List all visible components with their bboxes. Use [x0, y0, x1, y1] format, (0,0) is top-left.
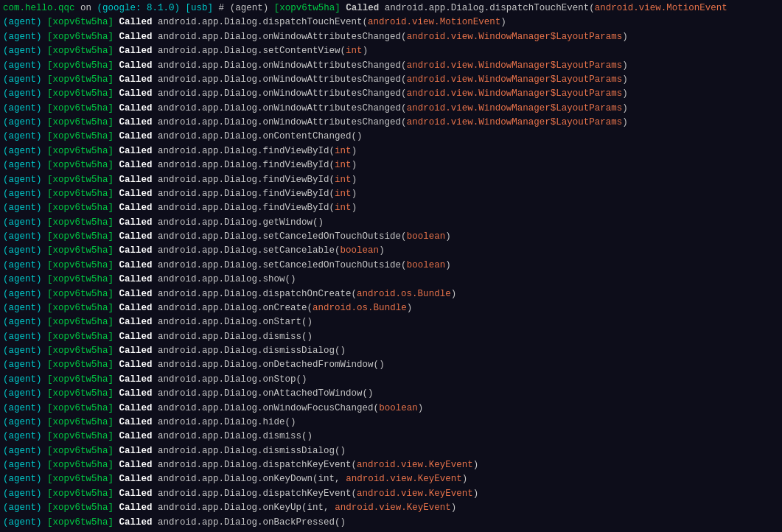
log-session: [xopv6tw5ha] — [47, 360, 119, 370]
log-session: [xopv6tw5ha] — [47, 245, 119, 256]
log-close: ) — [363, 46, 369, 56]
log-method: android.app.Dialog.onKeyDown( — [158, 474, 318, 484]
log-called: Called — [119, 32, 158, 42]
log-method: android.app.Dialog.findViewById( — [158, 189, 335, 199]
log-session: [xopv6tw5ha] — [47, 175, 119, 185]
log-session: [xopv6tw5ha] — [47, 160, 119, 170]
log-container: (agent) [xopv6tw5ha] Called android.app.… — [3, 15, 779, 532]
log-called: Called — [119, 203, 158, 213]
log-session: [xopv6tw5ha] — [47, 274, 119, 284]
log-called: Called — [119, 317, 158, 327]
log-line: (agent) [xopv6tw5ha] Called android.app.… — [3, 244, 779, 258]
log-method: android.app.Dialog.onStop( — [158, 374, 301, 385]
log-line: (agent) [xopv6tw5ha] Called android.app.… — [3, 259, 779, 273]
log-method: android.app.Dialog.findViewById( — [158, 175, 335, 185]
log-agent: (agent) — [3, 60, 47, 71]
log-close: ) — [473, 460, 479, 470]
log-agent: (agent) — [3, 388, 47, 399]
log-method: android.app.Dialog.setCanceledOnTouchOut… — [158, 260, 407, 270]
log-line: (agent) [xopv6tw5ha] Called android.app.… — [3, 501, 779, 515]
log-args: int — [335, 189, 352, 199]
log-agent: (agent) — [3, 303, 47, 313]
log-session: [xopv6tw5ha] — [47, 317, 119, 327]
log-called: Called — [119, 245, 158, 256]
log-line: (agent) [xopv6tw5ha] Called android.app.… — [3, 116, 779, 130]
log-called: Called — [119, 503, 158, 513]
log-called: Called — [119, 103, 158, 113]
log-line: (agent) [xopv6tw5ha] Called android.app.… — [3, 102, 779, 116]
log-close: ) — [451, 289, 457, 299]
log-session: [xopv6tw5ha] — [47, 231, 119, 242]
log-method: android.app.Dialog.setCanceledOnTouchOut… — [158, 231, 407, 242]
log-close: ) — [418, 403, 424, 413]
header-usb: [usb] — [186, 3, 214, 13]
log-args: android.view.WindowManager$LayoutParams — [407, 117, 623, 127]
log-method: android.app.Dialog.onWindowAttributesCha… — [158, 117, 407, 127]
terminal-window: com.hello.qqc on (google: 8.1.0) [usb] #… — [0, 0, 782, 532]
log-session: [xopv6tw5ha] — [47, 446, 119, 456]
log-line: (agent) [xopv6tw5ha] Called android.app.… — [3, 130, 779, 144]
log-called: Called — [119, 160, 158, 170]
log-agent: (agent) — [3, 317, 47, 327]
log-line: (agent) [xopv6tw5ha] Called android.app.… — [3, 201, 779, 215]
log-method: android.app.Dialog.onCreate( — [158, 303, 313, 313]
log-agent: (agent) — [3, 517, 47, 528]
log-line: (agent) [xopv6tw5ha] Called android.app.… — [3, 301, 779, 315]
log-method: android.app.Dialog.onWindowAttributesCha… — [158, 103, 407, 113]
log-method: android.app.Dialog.dismiss( — [158, 332, 307, 342]
log-close: ) — [462, 474, 468, 484]
log-called: Called — [119, 303, 158, 313]
log-close: ) — [290, 417, 296, 427]
log-agent: (agent) — [3, 74, 47, 85]
log-line: (agent) [xopv6tw5ha] Called android.app.… — [3, 487, 779, 501]
log-close: ) — [307, 332, 313, 342]
log-close: ) — [301, 374, 307, 385]
log-line: (agent) [xopv6tw5ha] Called android.app.… — [3, 373, 779, 387]
log-session: [xopv6tw5ha] — [47, 489, 119, 499]
log-called: Called — [119, 260, 158, 270]
log-session: [xopv6tw5ha] — [47, 303, 119, 313]
log-method: android.app.Dialog.dismissDialog( — [158, 346, 341, 356]
log-line: (agent) [xopv6tw5ha] Called android.app.… — [3, 416, 779, 430]
log-method: android.app.Dialog.onWindowAttributesCha… — [158, 88, 407, 99]
log-agent: (agent) — [3, 460, 47, 470]
log-method: android.app.Dialog.onWindowAttributesCha… — [158, 74, 407, 85]
log-called: Called — [119, 360, 158, 370]
log-args: android.view.WindowManager$LayoutParams — [407, 88, 623, 99]
log-agent: (agent) — [3, 503, 47, 513]
log-agent: (agent) — [3, 332, 47, 342]
log-agent: (agent) — [3, 260, 47, 270]
log-method: android.app.Dialog.onStart( — [158, 317, 307, 327]
log-agent: (agent) — [3, 289, 47, 299]
log-line: (agent) [xopv6tw5ha] Called android.app.… — [3, 287, 779, 301]
log-args: boolean — [407, 231, 446, 242]
log-method: android.app.Dialog.findViewById( — [158, 160, 335, 170]
log-agent: (agent) — [3, 431, 47, 441]
log-line: (agent) [xopv6tw5ha] Called android.app.… — [3, 87, 779, 101]
log-args: boolean — [341, 245, 380, 256]
log-called: Called — [119, 460, 158, 470]
log-called: Called — [119, 417, 158, 427]
log-agent: (agent) — [3, 417, 47, 427]
log-agent: (agent) — [3, 346, 47, 356]
log-session: [xopv6tw5ha] — [47, 32, 119, 42]
log-method: android.app.Dialog.onDetachedFromWindow( — [158, 360, 379, 370]
log-agent: (agent) — [3, 360, 47, 370]
log-called: Called — [119, 289, 158, 299]
log-agent: (agent) — [3, 245, 47, 256]
log-line: (agent) [xopv6tw5ha] Called android.app.… — [3, 158, 779, 172]
log-args: int — [335, 203, 352, 213]
log-session: [xopv6tw5ha] — [47, 60, 119, 71]
log-session: [xopv6tw5ha] — [47, 374, 119, 385]
log-line: (agent) [xopv6tw5ha] Called android.app.… — [3, 387, 779, 401]
header-agent-label: (agent) — [230, 3, 274, 13]
log-called: Called — [119, 46, 158, 56]
log-agent: (agent) — [3, 32, 47, 42]
log-method: android.app.Dialog.onWindowAttributesCha… — [158, 60, 407, 71]
log-method: android.app.Dialog.onWindowFocusChanged( — [158, 403, 379, 413]
log-line: (agent) [xopv6tw5ha] Called android.app.… — [3, 73, 779, 87]
log-args: int — [335, 175, 352, 185]
log-agent: (agent) — [3, 231, 47, 242]
log-close: ) — [451, 503, 457, 513]
log-called: Called — [119, 88, 158, 99]
